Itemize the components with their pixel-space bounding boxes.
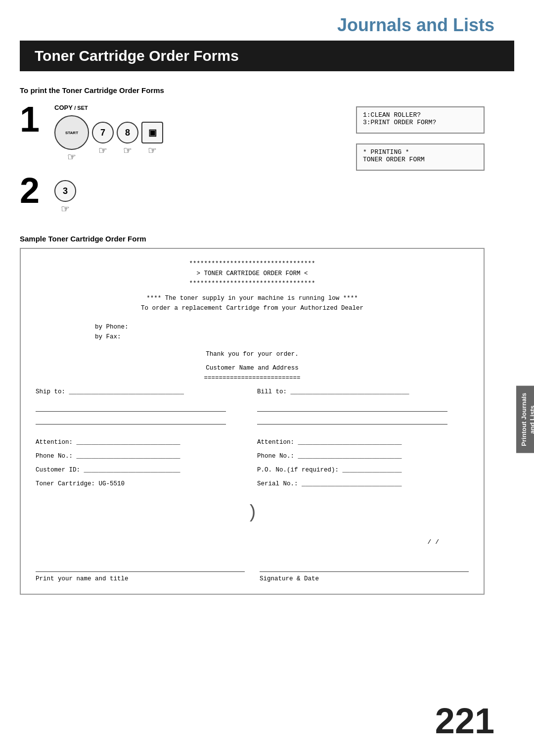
extra-lines-row-2: [36, 417, 469, 425]
extra-line-left-2: [36, 417, 247, 425]
attention-right-col: Attention: ____________________________: [257, 437, 469, 447]
toner-cartridge: Toner Cartridge: UG-5510: [36, 480, 125, 487]
print-name-label: Print your name and title: [36, 575, 129, 582]
step-1-diagram: COPY / SET START ☞ 7 ☞: [54, 104, 163, 163]
copy-key-container: ▣ ☞: [141, 122, 163, 156]
print-name-col: Print your name and title: [36, 562, 245, 584]
intro-line-1: **** The toner supply in your machine is…: [36, 293, 469, 303]
attention-left-col: Attention: ____________________________: [36, 437, 247, 447]
form-title-line: > TONER CARTRIDGE ORDER FORM <: [36, 269, 469, 279]
phone-left: Phone No.: ____________________________: [36, 453, 180, 460]
key-3: 3: [54, 180, 76, 202]
slash-date-text: / /: [428, 538, 439, 546]
page-header: Journals and Lists: [0, 0, 534, 41]
thank-you-text: Thank you for your order.: [36, 349, 469, 359]
key-8-container: 8 ☞: [117, 122, 138, 156]
main-content: To print the Toner Cartridge Order Forms…: [0, 71, 504, 605]
po-col: P.O. No.(if required): ________________: [257, 465, 469, 475]
customer-section-title: Customer Name and Address: [36, 363, 469, 373]
side-tab: Printout Journalsand Lists: [516, 386, 534, 453]
extra-lines-row-1: [36, 404, 469, 412]
display-box-2: * PRINTING *TONER ORDER FORM: [356, 143, 485, 171]
sample-form: ********************************** > TON…: [20, 248, 485, 595]
attention-row: Attention: ____________________________ …: [36, 437, 469, 447]
extra-line-right-1: [257, 404, 469, 412]
control-unit-container: START ☞: [54, 115, 89, 163]
form-intro: **** The toner supply in your machine is…: [36, 293, 469, 313]
step-2-number: 2: [20, 173, 49, 208]
customer-id: Customer ID: __________________________: [36, 467, 180, 473]
phone-left-col: Phone No.: ____________________________: [36, 451, 247, 461]
phone-right: Phone No.: ____________________________: [257, 453, 402, 460]
hand-icon-5: ☞: [61, 203, 70, 215]
customer-po-row: Customer ID: __________________________ …: [36, 465, 469, 475]
ship-to-label: Ship to: _______________________________: [36, 388, 184, 395]
hand-icon-4: ☞: [148, 144, 157, 156]
attention-right: Attention: ____________________________: [257, 439, 402, 446]
copy-set-key: ▣: [141, 122, 163, 143]
instruction-heading: To print the Toner Cartridge Order Forms: [20, 86, 485, 94]
steps-left: 1 COPY / SET START ☞: [20, 101, 346, 225]
customer-id-col: Customer ID: __________________________: [36, 465, 247, 475]
control-label: START: [65, 131, 78, 135]
section-title-bar: Toner Cartridge Order Forms: [20, 41, 514, 71]
steps-right: 1:CLEAN ROLLER?3:PRINT ORDER FORM? * PRI…: [356, 101, 485, 225]
page-title: Journals and Lists: [337, 15, 494, 35]
bracket-area: ): [36, 499, 469, 527]
toner-serial-row: Toner Cartridge: UG-5510 Serial No.: ___…: [36, 479, 469, 489]
display-box-1: 1:CLEAN ROLLER?3:PRINT ORDER FORM?: [356, 106, 485, 134]
key-8: 8: [117, 122, 138, 143]
form-header: ********************************** > TON…: [36, 259, 469, 288]
section-title: Toner Cartridge Order Forms: [35, 47, 499, 64]
ship-to-col: Ship to: _______________________________: [36, 387, 247, 397]
print-name-line: [36, 562, 245, 572]
contact-info: by Phone: by Fax:: [95, 322, 469, 342]
signature-col: Signature & Date: [260, 562, 469, 584]
slash-date: / /: [36, 537, 439, 548]
form-stars-top: **********************************: [36, 259, 469, 269]
hand-icon-2: ☞: [98, 144, 107, 156]
key-7: 7: [92, 122, 114, 143]
key-7-container: 7 ☞: [92, 122, 114, 156]
ship-bill-row: Ship to: _______________________________…: [36, 387, 469, 397]
bill-to-col: Bill to: _______________________________…: [257, 387, 469, 397]
phone-row: Phone No.: ____________________________ …: [36, 451, 469, 461]
display-text-2: * PRINTING *TONER ORDER FORM: [363, 148, 425, 163]
step-1-icons-row: START ☞ 7 ☞ 8 ☞: [54, 115, 163, 163]
form-stars-bottom: **********************************: [36, 279, 469, 288]
attention-left: Attention: ____________________________: [36, 439, 180, 446]
thank-you: Thank you for your order.: [36, 349, 469, 359]
bill-to-label: Bill to: _______________________________…: [257, 388, 409, 395]
signature-line: [260, 562, 469, 572]
extra-line-right-2: [257, 417, 469, 425]
signature-area: Print your name and title Signature & Da…: [36, 562, 469, 584]
side-tab-text: Printout Journalsand Lists: [520, 393, 534, 446]
signature-label: Signature & Date: [260, 575, 319, 582]
serial-no: Serial No.: ___________________________: [257, 480, 402, 487]
hand-icon-3: ☞: [123, 144, 132, 156]
page-number: 221: [435, 701, 494, 741]
customer-section-header: Customer Name and Address ==============…: [36, 363, 469, 383]
copy-set-label: COPY / SET: [54, 104, 88, 111]
display-text-1: 1:CLEAN ROLLER?3:PRINT ORDER FORM?: [363, 111, 436, 126]
step-2-row: 2 3 ☞: [20, 173, 346, 215]
toner-col: Toner Cartridge: UG-5510: [36, 479, 247, 489]
intro-line-2: To order a replacement Cartridge from yo…: [36, 303, 469, 313]
sample-heading: Sample Toner Cartridge Order Form: [20, 235, 485, 243]
extra-line-left-1: [36, 404, 247, 412]
customer-underline: ==========================: [36, 373, 469, 383]
po-number: P.O. No.(if required): ________________: [257, 467, 402, 473]
bracket-decoration: ): [247, 503, 258, 523]
serial-col: Serial No.: ___________________________: [257, 479, 469, 489]
hand-icon-1: ☞: [67, 151, 76, 163]
by-fax: by Fax:: [95, 332, 469, 342]
step-2-diagram: 3 ☞: [54, 175, 76, 215]
step-1-number: 1: [20, 101, 49, 137]
control-unit: START: [54, 115, 89, 150]
key-3-container: 3 ☞: [54, 180, 76, 215]
phone-right-col: Phone No.: ____________________________: [257, 451, 469, 461]
steps-area: 1 COPY / SET START ☞: [20, 101, 485, 225]
by-phone: by Phone:: [95, 322, 469, 332]
step-1-row: 1 COPY / SET START ☞: [20, 101, 346, 163]
